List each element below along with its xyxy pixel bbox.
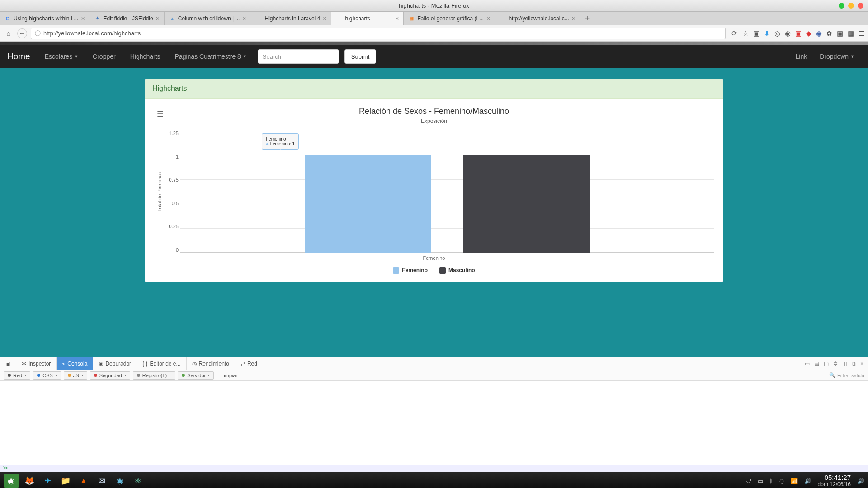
back-icon[interactable]: ← [17, 28, 27, 38]
tab-6[interactable]: http://yellowhale.local.c...× [495, 12, 580, 25]
nav-paginas[interactable]: Paginas Cuatrimestre 8▼ [169, 53, 253, 60]
ext-icon[interactable]: ▦ [848, 29, 854, 38]
tab-2[interactable]: ▲Column with drilldown | ...× [165, 12, 251, 25]
settings-icon[interactable]: ✲ [833, 361, 838, 367]
search-input[interactable]: Search [258, 49, 339, 64]
bookmark-icon[interactable]: ☆ [743, 29, 749, 38]
close-button[interactable] [858, 3, 863, 9]
close-icon[interactable]: × [242, 15, 246, 22]
chevron-down-icon: ▾ [208, 373, 210, 377]
close-icon[interactable]: × [395, 15, 399, 22]
popout-icon[interactable]: ⧉ [852, 361, 856, 367]
close-icon[interactable]: × [860, 361, 863, 367]
volume-icon[interactable]: 🔊 [804, 478, 811, 484]
y-axis-label: Total de Personas [154, 172, 165, 211]
filter-red[interactable]: Red▾ [4, 371, 30, 380]
bar-masculino[interactable] [463, 155, 590, 253]
close-icon[interactable]: × [486, 15, 490, 22]
close-icon[interactable]: × [323, 15, 326, 22]
devtools-tab-console[interactable]: ⌁Consola [57, 357, 93, 370]
tab-3[interactable]: Highcharts in Laravel 4× [251, 12, 332, 25]
chart-menu-icon[interactable]: ☰ [157, 109, 164, 119]
new-tab-button[interactable]: + [580, 12, 594, 25]
shield-icon[interactable]: 🛡 [745, 478, 751, 484]
split-icon[interactable]: ▤ [814, 361, 819, 367]
info-icon[interactable]: ⓘ [35, 29, 41, 38]
ext-icon[interactable]: ▣ [795, 29, 802, 38]
tab-1[interactable]: ✦Edit fiddle - JSFiddle× [90, 12, 165, 25]
close-icon[interactable]: × [156, 15, 160, 22]
browser-icon[interactable]: ◉ [112, 474, 127, 488]
nav-dropdown-right[interactable]: Dropdown▼ [813, 53, 861, 60]
console-output[interactable] [0, 381, 868, 465]
menu-icon[interactable]: ☰ [859, 29, 864, 38]
close-icon[interactable]: × [572, 15, 576, 22]
devtools-picker[interactable]: ▣ [0, 357, 16, 370]
filter-registro[interactable]: Registro(L)▾ [133, 371, 175, 380]
ext-icon[interactable]: ✿ [826, 29, 832, 38]
files-icon[interactable]: 📁 [58, 474, 73, 488]
filter-css[interactable]: CSS▾ [33, 371, 61, 380]
responsive-icon[interactable]: ▭ [805, 361, 810, 367]
url-input[interactable]: ⓘ http://yellowhale.local.com/highcharts [31, 28, 726, 39]
frame-icon[interactable]: ▢ [824, 361, 829, 367]
bluetooth-icon[interactable]: ᛒ [769, 478, 773, 484]
y-axis-ticks: 1.25 1 0.75 0.5 0.25 0 [165, 131, 179, 253]
tab-5[interactable]: ▦Fallo el generar gráfica (L...× [404, 12, 495, 25]
firefox-icon[interactable]: 🦊 [22, 474, 37, 488]
devtools-tab-net[interactable]: ⇄Red [235, 357, 263, 370]
devtools-tab-style[interactable]: { }Editor de e... [137, 357, 186, 370]
tab-label: Fallo el generar gráfica (L... [417, 15, 484, 22]
gear-icon: ✲ [22, 361, 26, 367]
power-icon[interactable]: ◌ [779, 478, 784, 484]
telegram-icon[interactable]: ✈ [40, 474, 55, 488]
console-prompt[interactable]: ≫ [0, 465, 868, 472]
dock-icon[interactable]: ◫ [842, 361, 847, 367]
chat-icon[interactable]: ▭ [758, 478, 763, 484]
y-tick: 1.25 [165, 131, 179, 136]
minimize-button[interactable] [839, 3, 844, 9]
vlc-icon[interactable]: ▲ [76, 474, 91, 488]
browser-tabbar: GUsing highcharts within L...× ✦Edit fid… [0, 12, 868, 25]
atom-icon[interactable]: ⚛ [130, 474, 146, 488]
download-icon[interactable]: ⬇ [764, 29, 770, 38]
maximize-button[interactable] [848, 3, 854, 9]
volume-icon-2[interactable]: 🔊 [857, 478, 864, 484]
brand-link[interactable]: Home [7, 52, 30, 61]
close-icon[interactable]: × [81, 15, 85, 22]
nav-link-right[interactable]: Link [789, 53, 814, 60]
filter-input[interactable]: 🔍Filtrar salida [829, 372, 864, 378]
favicon-icon [256, 15, 262, 22]
filter-servidor[interactable]: Servidor▾ [178, 371, 214, 380]
ext-icon[interactable]: ◉ [785, 29, 791, 38]
ext-icon[interactable]: ▣ [837, 29, 843, 38]
reload-icon[interactable]: ⟳ [729, 28, 739, 38]
devtools-tab-inspector[interactable]: ✲Inspector [16, 357, 57, 370]
mint-menu-icon[interactable]: ◉ [4, 474, 19, 488]
home-icon[interactable]: ⌂ [4, 28, 14, 38]
tab-4[interactable]: highcharts× [331, 12, 404, 25]
clock[interactable]: 05:41:27 dom 12/06/16 [818, 474, 851, 488]
devtools-tab-perf[interactable]: ◷Rendimiento [187, 357, 235, 370]
filter-js[interactable]: JS▾ [64, 371, 87, 380]
clear-button[interactable]: Limpiar [217, 373, 242, 378]
ext-icon[interactable]: ◆ [806, 29, 811, 38]
bar-femenino[interactable] [305, 155, 431, 253]
nav-highcharts[interactable]: Highcharts [124, 53, 167, 60]
mail-icon[interactable]: ✉ [94, 474, 109, 488]
legend-item-femenino[interactable]: Femenino [393, 267, 428, 274]
tab-0[interactable]: GUsing highcharts within L...× [0, 12, 90, 25]
nav-escolares[interactable]: Escolares▼ [38, 53, 85, 60]
filter-seguridad[interactable]: Seguridad▾ [90, 371, 130, 380]
tab-label: Rendimiento [199, 361, 229, 367]
ext-icon[interactable]: ◎ [774, 29, 780, 38]
tab-label: Using highcharts within L... [14, 15, 78, 22]
devtools-tab-debugger[interactable]: ◉Depurador [93, 357, 137, 370]
nav-cropper[interactable]: Cropper [86, 53, 122, 60]
speed-icon: ◷ [192, 361, 197, 367]
pocket-icon[interactable]: ▣ [753, 29, 760, 38]
wifi-icon[interactable]: 📶 [791, 478, 798, 484]
legend-item-masculino[interactable]: Masculino [439, 267, 475, 274]
submit-button[interactable]: Submit [344, 49, 376, 64]
ext-icon[interactable]: ◉ [816, 29, 822, 38]
